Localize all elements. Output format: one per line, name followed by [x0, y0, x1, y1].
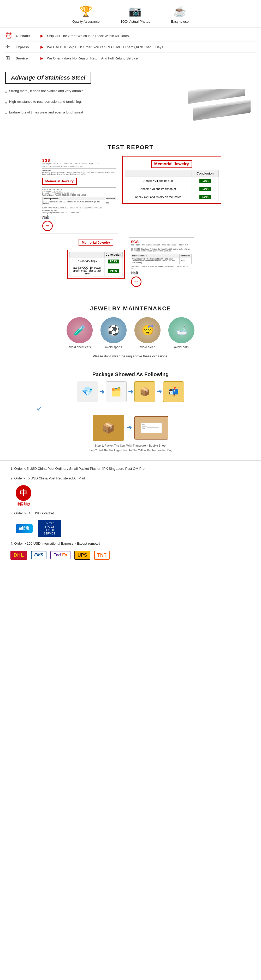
final-package-icon: 📬 [168, 387, 179, 397]
shipping-section: 1. Order < 5 USD China Post Ordinary Sma… [0, 463, 261, 565]
sleep-label: avoid sleep [140, 345, 156, 349]
conclusion-table-top: Conclusion Annex XVII and its n(s) PASS … [125, 170, 219, 201]
sgs-document-1: SGS Test Report No: 8G1V11-C033295 Date … [40, 156, 118, 234]
sgs-cell-desc-1: 1 EU Directive 2011/65/EU...Annex XVII..… [42, 200, 104, 205]
bottom-row-2: ase No CGC -10- ested specimen(s) refer … [69, 265, 123, 277]
conclusion-desc-2: Annex XVII and its cimen(s) [125, 185, 192, 193]
pass-badge-2: PASS [199, 187, 211, 191]
chemicals-icon: 🧪 [73, 325, 86, 336]
sports-label: avoid sports [105, 345, 122, 349]
service-delivery: ⏰ 48 Hours ▶ Ship Out The Order Which Is… [5, 30, 256, 41]
shipping-item-3: 3. Order >= 10 USD ePacket [10, 511, 251, 516]
coffee-icon: ☕ [173, 5, 186, 18]
service-express: ✈ Express ▶ We Use DHL Ship Bulk Order ,… [5, 41, 256, 53]
divider-1 [42, 168, 116, 169]
courier-logos-row: DHL EMS FedEx UPS TNT [10, 550, 251, 560]
bullet-icon-2: ▪ [5, 100, 7, 106]
test-report-bottom-row: Memorial Jewelry Conclusion RG-10-545687… [5, 237, 256, 289]
dhl-text: DHL [14, 552, 24, 558]
package-jewelry-item: 💎 [77, 381, 98, 402]
conclusion-row-3: Annex XVII and its elry on the tested PA… [125, 193, 218, 201]
sgs-row-2: 4 EU Directive On Restriction of the Use… [131, 258, 191, 264]
steel-bars-svg [180, 89, 253, 131]
test-report-section: TEST REPORT SGS Test Report No: 8G1V11-C… [0, 139, 261, 294]
camera-icon: 📷 [129, 5, 142, 18]
sgs-signed-1: Reviewed By: NaliTesting Engineer from S… [42, 210, 116, 213]
plane-icon: ✈ [5, 44, 13, 50]
bottom-desc-2: ase No CGC -10- ested specimen(s) refer … [69, 265, 104, 277]
sgs-cell-result-2: Pass [180, 258, 191, 264]
conclusion-row-2: Annex XVII and its cimen(s) PASS [125, 185, 218, 193]
cardboard-icon: 📦 [102, 422, 115, 434]
bottom-desc-1: RG-10-545687) – [69, 258, 104, 265]
sleep-icon: 😴 [142, 325, 154, 336]
conclusion-header: Conclusion [192, 170, 218, 177]
service-label: Service [16, 56, 37, 60]
jewelry-box: 💎 [77, 381, 98, 402]
memorial-label-right: Memorial Jewelry [151, 160, 192, 168]
maintenance-chemicals: 🧪 avoid chemicals [67, 317, 93, 349]
quality-icon: 🏆 [80, 5, 92, 18]
package-step-2: Step 2: Put The Packaged Item In The Yel… [5, 448, 256, 453]
easy-use-item: ☕ Easy to use [171, 5, 189, 24]
bottom-pass-1: PASS [104, 258, 123, 265]
quality-assurance-item: 🏆 Quality Assurance [72, 5, 100, 24]
divider-4 [131, 253, 192, 253]
actual-photos-item: 📷 100X Actual Photos [121, 5, 150, 24]
bullet-icon-3: ▪ [5, 111, 7, 116]
conclusion-row-1: Annex XVII and its n(s) PASS [125, 177, 218, 185]
arrow-icon-delivery: ▶ [40, 34, 43, 38]
bubble-icon: 🗂️ [111, 387, 121, 397]
bottom-row-1: RG-10-545687) – PASS [69, 258, 123, 265]
conclusion-table-bottom: Conclusion RG-10-545687) – PASS ase No C… [69, 252, 123, 277]
sgs-header-2: Test Report No: 8G1V11-C033295 Date 03.2… [131, 244, 192, 246]
sleep-circle: 😴 [134, 317, 161, 343]
col-conclusion-1: Conclusion [104, 197, 116, 200]
nali-signature-2: Nali [131, 271, 192, 275]
bottom-pass-2: PASS [104, 265, 123, 277]
conclusion-pass-3: PASS [192, 193, 218, 201]
sgs-cell-result-1: Pass [104, 200, 116, 205]
delivery-label: 48 Hours [16, 34, 37, 38]
sgs-logo-1: SGS [42, 158, 116, 162]
sports-icon: ⚽ [108, 325, 120, 336]
arrow-4: ➜ [127, 424, 132, 431]
arrow-3: ➜ [157, 388, 162, 395]
china-post-logo-container: 中 中国邮政 [16, 485, 31, 507]
bottom-col-desc [69, 252, 104, 258]
maintenance-note: Please don't wear the ring above these o… [5, 354, 256, 358]
bottom-pass-badge-2: PASS [108, 269, 119, 273]
maintenance-section: JEWELRY MAINTENANCE 🧪 avoid chemicals ⚽ … [0, 300, 261, 363]
china-post-emblem: 中 [16, 485, 31, 501]
shipping-text-1: Order < 5 USD China Post Ordinary Small … [14, 467, 145, 471]
test-report-title: TEST REPORT [5, 144, 256, 151]
sgs-stamp-1: SGS [42, 221, 53, 231]
sgs-doc-bottom-right: SGS Test Report No: 8G1V11-C033295 Date … [129, 237, 194, 289]
service-rows-container: ⏰ 48 Hours ▶ Ship Out The Order Which Is… [0, 28, 261, 67]
pass-badge-1: PASS [199, 179, 211, 183]
cardboard-box: 📦 [93, 415, 124, 441]
package-flow-lower: 📦 ➜ TO: Name ___________ City: _________… [5, 415, 256, 441]
china-post-row: 中 中国邮政 [16, 485, 251, 507]
bubble-box: 🗂️ [106, 381, 127, 402]
maintenance-icons-row: 🧪 avoid chemicals ⚽ avoid sports 😴 avoid… [5, 317, 256, 349]
label-city: City: __________ [142, 427, 161, 429]
maintenance-title: JEWELRY MAINTENANCE [5, 305, 256, 312]
down-arrow: ↙ [37, 405, 256, 412]
conclusion-desc-1: Annex XVII and its n(s) [125, 177, 192, 185]
sgs-table-1: Test Requirement Conclusion 1 EU Directi… [42, 197, 116, 205]
conclusion-pass-2: PASS [192, 185, 218, 193]
chemicals-label: avoid chemicals [68, 345, 91, 349]
photos-label: 100X Actual Photos [121, 19, 150, 24]
tnt-text: TNT [97, 552, 107, 558]
fedex-text: Fed [54, 553, 61, 557]
service-return: ⊞ Service ▶ We Offer 7 days No Reason Re… [5, 53, 256, 64]
package-labeled-box-item: TO: Name ___________ City: __________ [134, 416, 168, 439]
sgs-cell-desc-2: 4 EU Directive On Restriction of the Use… [131, 258, 180, 264]
epacket-logo-container: e邮宝 [16, 524, 33, 533]
bullet-icon-1: ▪ [5, 89, 7, 95]
labeled-box: TO: Name ___________ City: __________ [134, 416, 168, 439]
arrow-2: ➜ [128, 388, 133, 395]
package-title: Package Showed As Following [5, 371, 256, 377]
china-post-name: 中国邮政 [17, 502, 30, 507]
